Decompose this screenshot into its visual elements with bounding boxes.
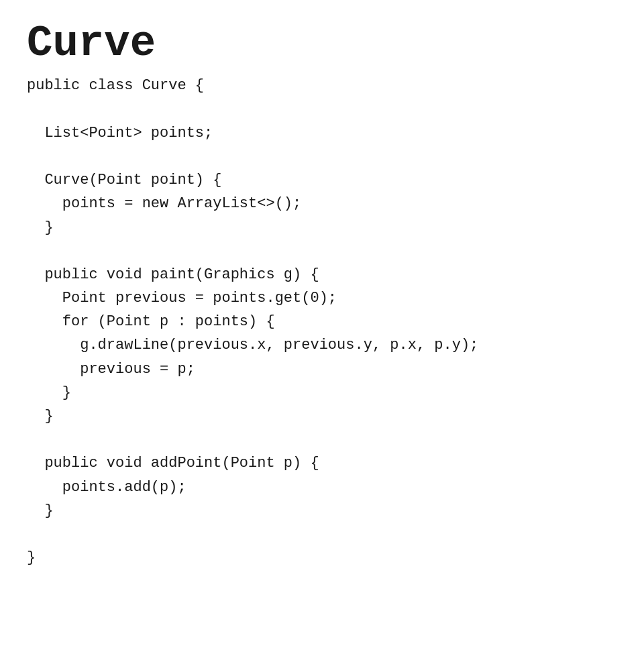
code-line: } [27,546,617,569]
code-line [27,239,617,263]
code-line: g.drawLine(previous.x, previous.y, p.x, … [27,333,617,357]
code-line [27,523,617,546]
code-line: } [27,216,617,239]
code-line [27,428,617,451]
code-line: Point previous = points.get(0); [27,286,617,310]
code-block: public class Curve { List<Point> points;… [27,74,617,569]
code-line: List<Point> points; [27,121,617,145]
code-line: } [27,499,617,523]
code-line: previous = p; [27,358,617,381]
code-line: Curve(Point point) { [27,168,617,192]
code-line: public void paint(Graphics g) { [27,263,617,286]
page-title: Curve [27,20,617,67]
code-line [27,98,617,121]
code-line: points = new ArrayList<>(); [27,192,617,215]
code-line [27,145,617,168]
code-line: for (Point p : points) { [27,310,617,333]
code-line: points.add(p); [27,476,617,499]
code-line: public void addPoint(Point p) { [27,451,617,475]
code-line: public class Curve { [27,74,617,97]
code-line: } [27,404,617,428]
code-line: } [27,381,617,404]
